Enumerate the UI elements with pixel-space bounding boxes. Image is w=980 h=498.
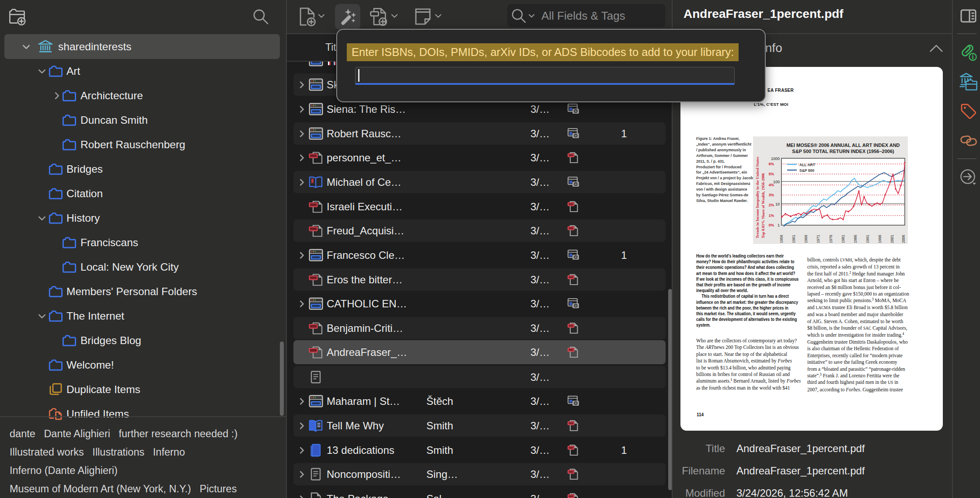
- svg-text:2%: 2%: [769, 203, 774, 207]
- svg-text:Top 0.01% Share of Wealth, 195: Top 0.01% Share of Wealth, 1956-2006: [761, 173, 765, 238]
- svg-text:Trends in Income Inequality in: Trends in Income Inequality in the Unite…: [755, 157, 760, 238]
- svg-text:2001: 2001: [890, 235, 894, 243]
- svg-text:1961: 1961: [792, 235, 796, 243]
- svg-text:S&P 500 TOTAL RETURN INDEX (19: S&P 500 TOTAL RETURN INDEX (1956–2006): [792, 149, 894, 154]
- svg-text:1%: 1%: [769, 213, 774, 218]
- svg-text:5%: 5%: [769, 172, 774, 176]
- svg-text:1966: 1966: [804, 235, 808, 243]
- svg-text:2006: 2006: [901, 235, 906, 243]
- svg-text:10: 10: [775, 202, 780, 206]
- svg-text:1: 1: [778, 223, 780, 227]
- svg-text:100: 100: [773, 180, 780, 184]
- svg-text:ALL ART: ALL ART: [799, 163, 816, 167]
- svg-text:1991: 1991: [865, 235, 870, 243]
- svg-text:1971: 1971: [816, 235, 820, 243]
- svg-text:1996: 1996: [878, 235, 882, 243]
- svg-text:1000: 1000: [771, 157, 780, 161]
- svg-text:4%: 4%: [769, 183, 774, 187]
- svg-text:S&P 500: S&P 500: [799, 168, 814, 173]
- svg-text:1956: 1956: [779, 235, 784, 243]
- svg-text:1986: 1986: [853, 235, 858, 243]
- svg-text:0%: 0%: [769, 223, 774, 227]
- svg-text:1976: 1976: [829, 235, 833, 243]
- svg-text:1981: 1981: [841, 235, 845, 243]
- svg-text:3%: 3%: [769, 193, 774, 197]
- svg-text:MEI MOSES® 2006 ANNUAL ALL ART: MEI MOSES® 2006 ANNUAL ALL ART INDEX AND: [786, 143, 900, 148]
- svg-text:6%: 6%: [769, 162, 774, 166]
